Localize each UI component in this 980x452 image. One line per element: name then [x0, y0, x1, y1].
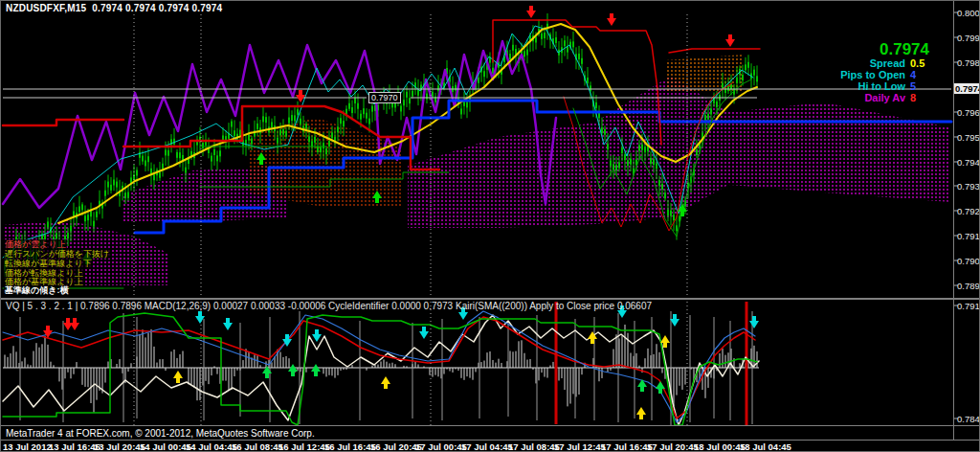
price-scale-label: 0.7945 — [957, 157, 980, 168]
chart-title: NZDUSDFXF,M15 0.7974 0.7974 0.7974 0.797… — [6, 3, 222, 13]
indicator-scale-label: 0.7918 — [957, 301, 980, 311]
time-axis-label: 16 Jul 12:45 — [278, 441, 330, 452]
price-scale-label: 0.8005 — [957, 8, 980, 18]
time-axis-label: 16 Jul 16:45 — [324, 441, 376, 452]
time-axis-label: 17 Jul 12:45 — [554, 441, 606, 452]
price-scale-label: 0.7915 — [957, 231, 980, 241]
time-axis-label: 14 Jul 04:45 — [186, 441, 237, 452]
status-bar-text: MetaTrader 4 at FOREX.com, © 2001-2012, … — [6, 428, 315, 439]
ichimoku-signal-line: 価格が雲より上 — [4, 239, 67, 249]
info-row-hi-to-low: Hi to Low5 — [840, 80, 929, 92]
time-axis-label: 17 Jul 00:45 — [415, 441, 467, 452]
info-row-pips-to-open: Pips to Open4 — [840, 69, 929, 80]
time-axis-label: 13 Jul 16:45 — [49, 441, 100, 452]
time-axis-label: 16 Jul 08:45 — [232, 441, 283, 452]
axis-border — [1, 440, 980, 441]
ichimoku-signal-line: 遅行スパンが価格を下抜け — [4, 249, 110, 259]
mt4-chart-window: NZDUSDFXF,M15 0.7974 0.7974 0.7974 0.797… — [0, 0, 980, 452]
time-axis-label: 17 Jul 04:45 — [461, 441, 513, 452]
pane-divider[interactable] — [1, 298, 980, 300]
price-scale-label: 0.7965 — [957, 107, 980, 118]
price-scale-label: 0.7895 — [957, 281, 980, 291]
time-axis-label: 16 Jul 20:45 — [370, 441, 422, 452]
scale-border — [953, 1, 954, 440]
time-axis-label: 18 Jul 04:45 — [740, 441, 791, 452]
pane-bottom-border — [1, 425, 980, 426]
price-scale-label: 0.7935 — [957, 181, 980, 192]
price-scale-label: 0.7995 — [957, 33, 980, 43]
current-price-display: 0.7974 — [840, 41, 929, 57]
time-axis-label: 17 Jul 20:45 — [647, 441, 699, 452]
info-row-spread: Spread0.5 — [840, 57, 929, 69]
time-axis-label: 13 Jul 20:45 — [94, 441, 145, 452]
ohlc-values: 0.7974 0.7974 0.7974 0.7974 — [92, 3, 222, 13]
current-price-box: 0.7974 — [954, 83, 980, 94]
price-scale-label: 0.7985 — [957, 57, 980, 68]
price-scale-label: 0.7925 — [957, 206, 980, 216]
info-panel: 0.7974 Spread0.5Pips to Open4Hi to Low5D… — [840, 41, 929, 103]
indicator-scale-label: 0.7849 — [957, 414, 980, 424]
ichimoku-signal-line: 基準線の傾き:横 — [4, 285, 69, 295]
symbol-period-label: NZDUSDFXF,M15 — [6, 3, 86, 13]
price-level-label: 0.7970 — [368, 92, 401, 103]
ichimoku-signal-line: 転換線が基準線より下 — [4, 259, 93, 268]
indicator-window-header: VQ | 5 . 3 . 2 . 1 | 0.7896 0.7896 MACD(… — [6, 301, 652, 311]
time-axis-label: 13 Jul 2012 — [3, 441, 52, 452]
info-rows: Spread0.5Pips to Open4Hi to Low5Daily Av… — [840, 57, 929, 103]
chart-canvas[interactable] — [1, 1, 980, 452]
time-axis-label: 18 Jul 00:45 — [694, 441, 746, 452]
price-scale-label: 0.7955 — [957, 132, 980, 143]
time-axis-label: 14 Jul 00:45 — [140, 441, 191, 452]
time-axis-label: 17 Jul 08:45 — [508, 441, 560, 452]
price-scale-label: 0.7905 — [957, 256, 980, 266]
time-axis-label: 17 Jul 16:45 — [601, 441, 653, 452]
info-row-daily-av: Daily Av8 — [840, 92, 929, 103]
